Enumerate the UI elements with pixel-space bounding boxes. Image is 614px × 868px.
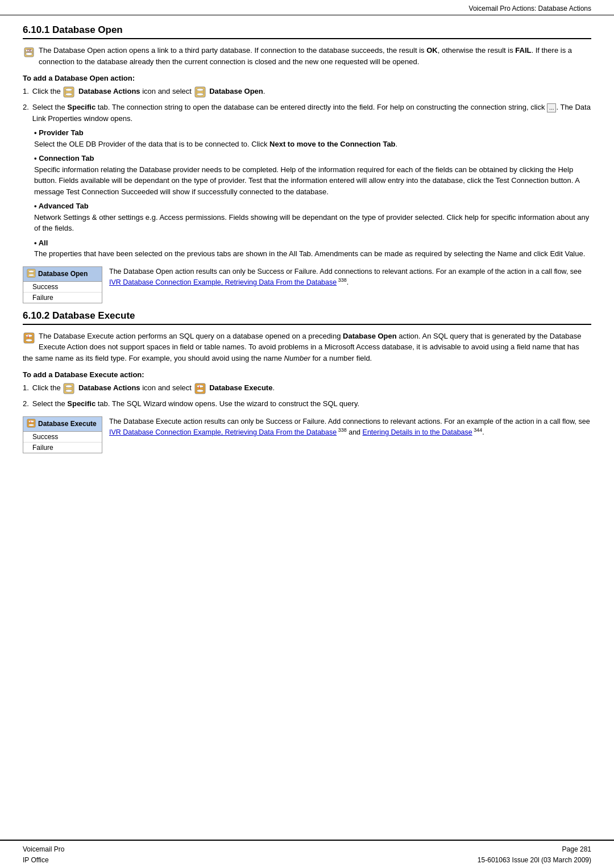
flow-box-1-title: Database Open	[38, 270, 88, 278]
link-ivr-db-execute[interactable]: IVR Database Connection Example, Retriev…	[109, 428, 337, 436]
bullet-list-db-open: • Provider Tab Select the OLE DB Provide…	[34, 127, 591, 260]
db-open-icon: DB	[23, 46, 35, 59]
svg-point-15	[197, 93, 204, 95]
footer-page: Page 281	[478, 844, 591, 855]
exec-step2-content: Select the Specific tab. The SQL Wizard …	[32, 398, 591, 410]
footer-bar: Voicemail Pro IP Office Page 281 15-6010…	[0, 840, 614, 868]
ref-338-2: 338	[337, 427, 347, 433]
exec-step1-content: Click the Database Actions icon and sele…	[32, 382, 591, 395]
add-db-execute-heading: To add a Database Execute action:	[23, 370, 591, 379]
svg-point-31	[65, 390, 72, 392]
svg-text:DB: DB	[27, 49, 32, 52]
footer-product2: IP Office	[23, 855, 64, 866]
svg-point-22	[26, 334, 32, 336]
bullet-advanced-title: • Advanced Tab	[34, 202, 89, 210]
bullet-connection-text: Specific information relating the Databa…	[34, 165, 579, 196]
exec-step2-num: 2.	[23, 398, 29, 410]
db-execute-intro-text: The Database Execute action performs an …	[23, 332, 581, 362]
db-open-action-desc: The Database Open action results can onl…	[109, 266, 591, 303]
bullet-provider-title: • Provider Tab	[34, 128, 84, 137]
step2-num: 2.	[23, 102, 29, 124]
svg-point-28	[65, 385, 72, 387]
bullet-all-tab: • All The properties that have been sele…	[34, 237, 591, 260]
step2-content: Select the Specific tab. The connection …	[32, 102, 591, 124]
step1-text1: Click the	[32, 87, 63, 95]
header-bar: Voicemail Pro Actions: Database Actions	[0, 0, 614, 15]
footer-issue: 15-601063 Issue 20l (03 March 2009)	[478, 855, 591, 866]
step1-num: 1.	[23, 86, 29, 98]
flow-title-icon	[27, 269, 36, 279]
add-db-open-heading: To add a Database Open action:	[23, 74, 591, 82]
footer-right: Page 281 15-601063 Issue 20l (03 March 2…	[478, 844, 591, 866]
svg-point-39	[28, 420, 34, 423]
step1-content: Click the Database Actions icon and sele…	[32, 86, 591, 98]
flow-box-2-title: Database Execute	[38, 420, 97, 428]
flow-success-1: Success	[23, 282, 102, 293]
section-database-open: 6.10.1 Database Open DB The Database Ope…	[23, 24, 591, 303]
db-execute-icon-intro: !	[23, 332, 35, 344]
link-ivr-db-open[interactable]: IVR Database Connection Example, Retriev…	[109, 278, 337, 286]
page-container: Voicemail Pro Actions: Database Actions …	[0, 0, 614, 868]
bullet-all-title: • All	[34, 239, 48, 247]
db-actions-icon-1	[63, 86, 75, 98]
bullet-advanced-text: Network Settings & other settings e.g. A…	[34, 213, 589, 233]
bullet-provider-text: Select the OLE DB Provider of the data t…	[34, 140, 397, 148]
svg-point-10	[65, 93, 72, 95]
header-title: Voicemail Pro Actions: Database Actions	[469, 5, 591, 12]
db-execute-intro: ! The Database Execute action performs a…	[23, 331, 591, 364]
bullet-connection-tab: • Connection Tab Specific information re…	[34, 153, 591, 197]
db-execute-flow-box: ! Database Execute Success Failure	[23, 416, 102, 453]
exec-flow-failure: Failure	[23, 443, 102, 453]
svg-point-25	[26, 339, 32, 341]
svg-point-20	[28, 274, 34, 276]
section-database-execute: 6.10.2 Database Execute ! The Database E…	[23, 310, 591, 453]
footer-left: Voicemail Pro IP Office	[23, 844, 64, 866]
bullet-all-text: The properties that have been selected o…	[34, 249, 585, 258]
db-execute-action-desc: The Database Execute action results can …	[109, 416, 591, 453]
db-open-action-row: Database Open Success Failure The Databa…	[23, 266, 591, 303]
ref-338-1: 338	[337, 277, 347, 283]
db-execute-action-row: ! Database Execute Success Failure The D…	[23, 416, 591, 453]
step1-text2: icon and select	[142, 87, 193, 95]
db-open-step2: 2. Select the Specific tab. The connecti…	[23, 102, 591, 124]
bullet-advanced-tab: • Advanced Tab Network Settings & other …	[34, 201, 591, 234]
bullet-connection-title: • Connection Tab	[34, 154, 94, 162]
step2-specific: Specific	[67, 103, 96, 111]
exec-flow-title-icon: !	[27, 419, 36, 429]
svg-point-42	[28, 424, 34, 426]
db-open-flow-box: Database Open Success Failure	[23, 266, 102, 303]
exec-flow-success: Success	[23, 432, 102, 443]
link-entering-details[interactable]: Entering Details in to the Database	[363, 428, 472, 436]
svg-point-4	[26, 53, 32, 56]
db-execute-flow-title: ! Database Execute	[23, 417, 102, 432]
content-area: 6.10.1 Database Open DB The Database Ope…	[0, 15, 614, 868]
ref-344: 344	[472, 427, 483, 433]
db-open-intro: DB The Database Open action opens a link…	[23, 45, 591, 67]
step1-db-open-label: Database Open	[209, 87, 263, 95]
db-open-icon-2	[194, 86, 206, 98]
db-open-flow-title: Database Open	[23, 267, 102, 282]
section-title-db-open: 6.10.1 Database Open	[23, 24, 591, 39]
svg-text:!: !	[28, 335, 29, 339]
footer-product: Voicemail Pro	[23, 844, 64, 855]
db-open-intro-text: The Database Open action opens a link to…	[39, 46, 572, 66]
flow-failure-1: Failure	[23, 293, 102, 303]
svg-point-36	[197, 390, 204, 392]
step1-db-actions-label: Database Actions	[78, 87, 142, 95]
section-title-db-execute: 6.10.2 Database Execute	[23, 310, 591, 325]
db-actions-icon-exec	[63, 382, 75, 395]
svg-point-7	[65, 89, 72, 91]
action-desc-text-1: The Database Open action results can onl…	[109, 268, 582, 276]
db-execute-step2: 2. Select the Specific tab. The SQL Wiza…	[23, 398, 591, 410]
svg-point-33	[197, 385, 204, 387]
db-execute-icon-step: !	[194, 382, 206, 395]
svg-point-12	[197, 89, 204, 91]
exec-step1-num: 1.	[23, 382, 29, 395]
db-execute-step1: 1. Click the Database Actions icon	[23, 382, 591, 395]
db-open-step1: 1. Click the Database Actions icon	[23, 86, 591, 98]
bullet-provider-tab: • Provider Tab Select the OLE DB Provide…	[34, 127, 591, 149]
ellipsis-button[interactable]: ...	[547, 103, 556, 112]
svg-text:!: !	[198, 385, 200, 389]
svg-text:!: !	[30, 420, 31, 424]
svg-point-17	[28, 270, 34, 273]
